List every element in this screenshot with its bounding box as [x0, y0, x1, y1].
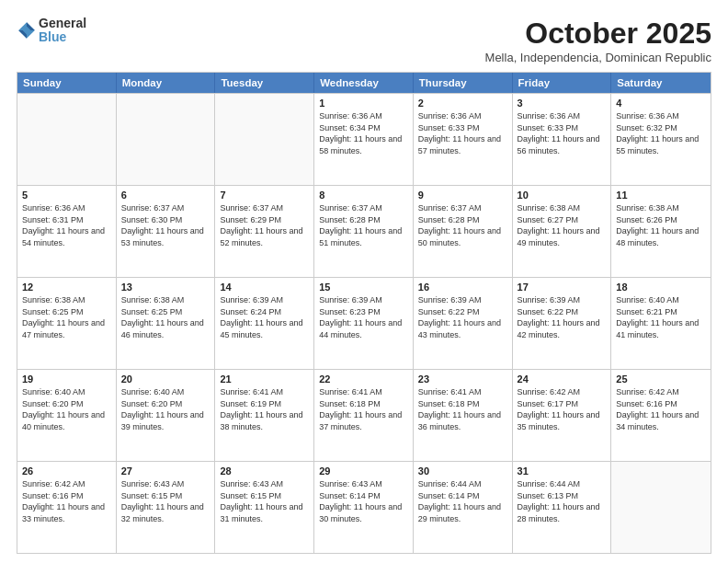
day-number: 9 [418, 190, 507, 201]
day-info: Sunrise: 6:41 AM Sunset: 6:18 PM Dayligh… [418, 386, 507, 432]
page: General Blue October 2025 Mella, Indepen… [0, 0, 728, 563]
day-number: 18 [616, 282, 706, 293]
day-info: Sunrise: 6:36 AM Sunset: 6:31 PM Dayligh… [22, 202, 111, 248]
calendar-week-2: 5Sunrise: 6:36 AM Sunset: 6:31 PM Daylig… [17, 185, 711, 277]
calendar-day-5: 5Sunrise: 6:36 AM Sunset: 6:31 PM Daylig… [17, 186, 117, 277]
day-info: Sunrise: 6:39 AM Sunset: 6:23 PM Dayligh… [319, 294, 408, 340]
calendar-day-14: 14Sunrise: 6:39 AM Sunset: 6:24 PM Dayli… [215, 278, 314, 369]
calendar-day-17: 17Sunrise: 6:39 AM Sunset: 6:22 PM Dayli… [513, 278, 612, 369]
calendar-body: 1Sunrise: 6:36 AM Sunset: 6:34 PM Daylig… [17, 93, 711, 553]
day-number: 2 [418, 98, 507, 109]
day-number: 31 [518, 465, 607, 477]
calendar-day-7: 7Sunrise: 6:37 AM Sunset: 6:29 PM Daylig… [215, 186, 314, 277]
day-info: Sunrise: 6:43 AM Sunset: 6:14 PM Dayligh… [319, 478, 408, 524]
header-day-saturday: Saturday [611, 73, 711, 93]
day-number: 10 [518, 190, 607, 201]
day-number: 28 [220, 465, 309, 477]
calendar-day-19: 19Sunrise: 6:40 AM Sunset: 6:20 PM Dayli… [17, 370, 117, 461]
calendar-day-26: 26Sunrise: 6:42 AM Sunset: 6:16 PM Dayli… [17, 462, 117, 553]
day-number: 4 [616, 98, 706, 109]
day-info: Sunrise: 6:38 AM Sunset: 6:27 PM Dayligh… [518, 202, 607, 248]
day-number: 22 [319, 373, 408, 385]
day-info: Sunrise: 6:39 AM Sunset: 6:22 PM Dayligh… [518, 294, 607, 340]
calendar-day-15: 15Sunrise: 6:39 AM Sunset: 6:23 PM Dayli… [314, 278, 414, 369]
day-info: Sunrise: 6:39 AM Sunset: 6:24 PM Dayligh… [220, 294, 309, 340]
calendar-day-24: 24Sunrise: 6:42 AM Sunset: 6:17 PM Dayli… [513, 370, 612, 461]
day-number: 12 [22, 282, 111, 293]
calendar-day-6: 6Sunrise: 6:37 AM Sunset: 6:30 PM Daylig… [117, 186, 216, 277]
day-info: Sunrise: 6:37 AM Sunset: 6:30 PM Dayligh… [121, 202, 210, 248]
day-number: 15 [319, 282, 408, 293]
title-block: October 2025 Mella, Independencia, Domin… [485, 17, 711, 64]
day-info: Sunrise: 6:42 AM Sunset: 6:16 PM Dayligh… [616, 386, 706, 432]
day-info: Sunrise: 6:43 AM Sunset: 6:15 PM Dayligh… [121, 478, 210, 524]
day-info: Sunrise: 6:36 AM Sunset: 6:33 PM Dayligh… [418, 110, 507, 156]
day-info: Sunrise: 6:37 AM Sunset: 6:29 PM Dayligh… [220, 202, 309, 248]
day-number: 25 [616, 373, 706, 385]
calendar-day-31: 31Sunrise: 6:44 AM Sunset: 6:13 PM Dayli… [513, 462, 612, 553]
calendar-week-4: 19Sunrise: 6:40 AM Sunset: 6:20 PM Dayli… [17, 369, 711, 461]
calendar-day-4: 4Sunrise: 6:36 AM Sunset: 6:32 PM Daylig… [611, 94, 711, 185]
calendar-header: SundayMondayTuesdayWednesdayThursdayFrid… [17, 73, 711, 93]
day-number: 29 [319, 465, 408, 477]
header-day-monday: Monday [117, 73, 216, 93]
calendar-cell-empty [117, 94, 216, 185]
day-info: Sunrise: 6:43 AM Sunset: 6:15 PM Dayligh… [220, 478, 309, 524]
header: General Blue October 2025 Mella, Indepen… [17, 17, 711, 64]
calendar-day-27: 27Sunrise: 6:43 AM Sunset: 6:15 PM Dayli… [117, 462, 216, 553]
header-day-sunday: Sunday [17, 73, 117, 93]
day-number: 11 [616, 190, 706, 201]
day-number: 1 [319, 98, 408, 109]
calendar-cell-empty [611, 462, 711, 553]
calendar: SundayMondayTuesdayWednesdayThursdayFrid… [17, 72, 711, 554]
calendar-day-10: 10Sunrise: 6:38 AM Sunset: 6:27 PM Dayli… [513, 186, 612, 277]
calendar-cell-empty [215, 94, 314, 185]
header-day-thursday: Thursday [414, 73, 513, 93]
day-number: 20 [121, 373, 210, 385]
day-info: Sunrise: 6:40 AM Sunset: 6:20 PM Dayligh… [22, 386, 111, 432]
calendar-week-1: 1Sunrise: 6:36 AM Sunset: 6:34 PM Daylig… [17, 93, 711, 185]
day-number: 16 [418, 282, 507, 293]
calendar-day-18: 18Sunrise: 6:40 AM Sunset: 6:21 PM Dayli… [611, 278, 711, 369]
day-info: Sunrise: 6:40 AM Sunset: 6:21 PM Dayligh… [616, 294, 706, 340]
day-info: Sunrise: 6:41 AM Sunset: 6:19 PM Dayligh… [220, 386, 309, 432]
header-day-wednesday: Wednesday [314, 73, 414, 93]
day-number: 6 [121, 190, 210, 201]
day-number: 7 [220, 190, 309, 201]
calendar-week-5: 26Sunrise: 6:42 AM Sunset: 6:16 PM Dayli… [17, 461, 711, 553]
calendar-day-12: 12Sunrise: 6:38 AM Sunset: 6:25 PM Dayli… [17, 278, 117, 369]
calendar-day-11: 11Sunrise: 6:38 AM Sunset: 6:26 PM Dayli… [611, 186, 711, 277]
day-number: 5 [22, 190, 111, 201]
calendar-cell-empty [17, 94, 117, 185]
logo: General Blue [17, 17, 86, 45]
day-number: 14 [220, 282, 309, 293]
calendar-day-28: 28Sunrise: 6:43 AM Sunset: 6:15 PM Dayli… [215, 462, 314, 553]
day-info: Sunrise: 6:42 AM Sunset: 6:17 PM Dayligh… [518, 386, 607, 432]
calendar-day-13: 13Sunrise: 6:38 AM Sunset: 6:25 PM Dayli… [117, 278, 216, 369]
day-info: Sunrise: 6:44 AM Sunset: 6:13 PM Dayligh… [518, 478, 607, 524]
calendar-day-8: 8Sunrise: 6:37 AM Sunset: 6:28 PM Daylig… [314, 186, 414, 277]
day-number: 26 [22, 465, 111, 477]
day-info: Sunrise: 6:40 AM Sunset: 6:20 PM Dayligh… [121, 386, 210, 432]
day-info: Sunrise: 6:37 AM Sunset: 6:28 PM Dayligh… [418, 202, 507, 248]
day-number: 17 [518, 282, 607, 293]
calendar-day-30: 30Sunrise: 6:44 AM Sunset: 6:14 PM Dayli… [414, 462, 513, 553]
header-day-friday: Friday [513, 73, 612, 93]
day-info: Sunrise: 6:38 AM Sunset: 6:25 PM Dayligh… [22, 294, 111, 340]
calendar-day-16: 16Sunrise: 6:39 AM Sunset: 6:22 PM Dayli… [414, 278, 513, 369]
calendar-day-2: 2Sunrise: 6:36 AM Sunset: 6:33 PM Daylig… [414, 94, 513, 185]
day-info: Sunrise: 6:38 AM Sunset: 6:26 PM Dayligh… [616, 202, 706, 248]
logo-general: General [39, 17, 86, 30]
day-number: 19 [22, 373, 111, 385]
day-info: Sunrise: 6:38 AM Sunset: 6:25 PM Dayligh… [121, 294, 210, 340]
calendar-day-29: 29Sunrise: 6:43 AM Sunset: 6:14 PM Dayli… [314, 462, 414, 553]
calendar-day-20: 20Sunrise: 6:40 AM Sunset: 6:20 PM Dayli… [117, 370, 216, 461]
calendar-day-9: 9Sunrise: 6:37 AM Sunset: 6:28 PM Daylig… [414, 186, 513, 277]
calendar-day-22: 22Sunrise: 6:41 AM Sunset: 6:18 PM Dayli… [314, 370, 414, 461]
day-number: 30 [418, 465, 507, 477]
day-number: 27 [121, 465, 210, 477]
day-number: 21 [220, 373, 309, 385]
calendar-day-25: 25Sunrise: 6:42 AM Sunset: 6:16 PM Dayli… [611, 370, 711, 461]
day-number: 23 [418, 373, 507, 385]
calendar-week-3: 12Sunrise: 6:38 AM Sunset: 6:25 PM Dayli… [17, 277, 711, 369]
